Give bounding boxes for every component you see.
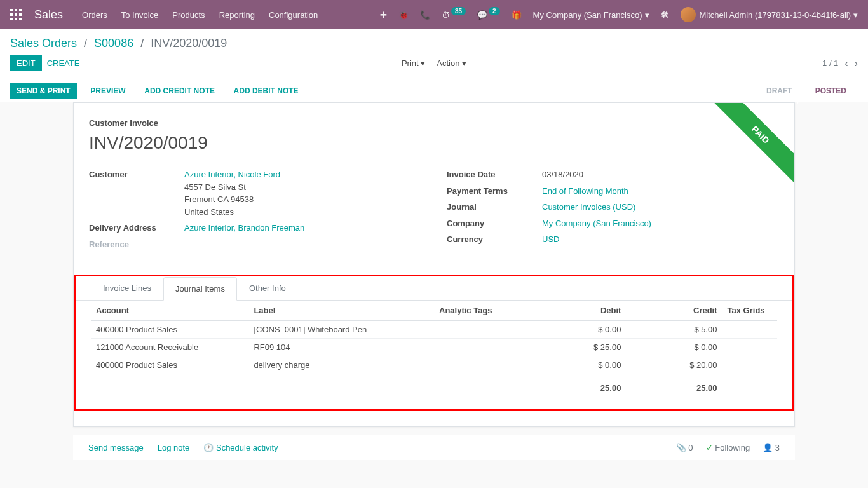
tab-other-info[interactable]: Other Info — [237, 276, 298, 300]
currency-label: Currency — [447, 233, 542, 246]
user-menu[interactable]: Mitchell Admin (1797831-13-0-4b41f6-all)… — [681, 7, 858, 22]
svg-rect-5 — [19, 13, 22, 16]
total-credit: 25.00 — [626, 374, 722, 397]
activity-badge: 35 — [451, 7, 466, 15]
pager-next-icon[interactable]: › — [855, 58, 858, 69]
svg-rect-6 — [10, 18, 13, 20]
edit-button[interactable]: EDIT — [10, 55, 42, 71]
discuss-badge: 2 — [489, 7, 500, 15]
cell-credit: $ 0.00 — [626, 339, 722, 356]
attachments-button[interactable]: 📎 0 — [676, 443, 693, 452]
breadcrumb-parent[interactable]: S00086 — [94, 37, 133, 50]
tab-journal-items[interactable]: Journal Items — [163, 277, 237, 301]
company-selector[interactable]: My Company (San Francisco)▾ — [533, 10, 649, 20]
svg-rect-3 — [10, 13, 13, 16]
table-row[interactable]: 121000 Account Receivable RF09 104 $ 25.… — [91, 339, 777, 356]
statusbar: SEND & PRINT PREVIEW ADD CREDIT NOTE ADD… — [0, 79, 868, 102]
svg-rect-8 — [19, 18, 22, 20]
plus-icon[interactable]: ✚ — [380, 10, 387, 20]
control-panel: Sales Orders / S00086 / INV/2020/0019 ED… — [0, 29, 868, 79]
pager: 1 / 1 ‹ › — [822, 58, 858, 69]
chevron-down-icon: ▾ — [853, 10, 858, 20]
send-print-button[interactable]: SEND & PRINT — [10, 83, 77, 99]
svg-rect-1 — [15, 9, 17, 11]
th-account[interactable]: Account — [91, 301, 248, 321]
tab-invoice-lines[interactable]: Invoice Lines — [91, 276, 163, 300]
invoice-number: INV/2020/0019 — [89, 133, 779, 153]
apps-icon[interactable] — [10, 9, 22, 20]
add-credit-note-button[interactable]: ADD CREDIT NOTE — [139, 83, 220, 98]
table-row[interactable]: 400000 Product Sales delivery charge $ 0… — [91, 356, 777, 374]
breadcrumb-sep: / — [84, 37, 87, 50]
print-label: Print — [402, 58, 419, 68]
log-note-button[interactable]: Log note — [158, 443, 190, 452]
menu-configuration[interactable]: Configuration — [269, 10, 318, 20]
cell-label: delivery charge — [248, 356, 434, 374]
pager-prev-icon[interactable]: ‹ — [844, 58, 848, 69]
bug-icon[interactable]: 🐞 — [398, 10, 409, 20]
schedule-activity-button[interactable]: 🕐 Schedule activity — [203, 443, 278, 452]
user-name: Mitchell Admin (1797831-13-0-4b41f6-all) — [700, 10, 851, 20]
cell-credit: $ 20.00 — [626, 356, 722, 374]
followers-button[interactable]: 👤 3 — [763, 443, 780, 452]
cell-debit: $ 0.00 — [530, 321, 626, 339]
currency-link[interactable]: USD — [542, 234, 559, 244]
company-name: My Company (San Francisco) — [533, 10, 642, 20]
invoice-type-label: Customer Invoice — [89, 118, 779, 128]
cell-debit: $ 0.00 — [530, 356, 626, 374]
reference-label: Reference — [89, 238, 184, 251]
th-tax-grids[interactable]: Tax Grids — [722, 301, 777, 321]
gift-icon[interactable]: 🎁 — [512, 10, 522, 20]
breadcrumb-root[interactable]: Sales Orders — [10, 37, 77, 50]
menu-products[interactable]: Products — [172, 10, 205, 20]
breadcrumb: Sales Orders / S00086 / INV/2020/0019 — [0, 29, 868, 50]
th-debit[interactable]: Debit — [530, 301, 626, 321]
cell-debit: $ 25.00 — [530, 339, 626, 356]
th-analytic[interactable]: Analytic Tags — [434, 301, 530, 321]
company-link[interactable]: My Company (San Francisco) — [542, 219, 651, 228]
menu-orders[interactable]: Orders — [82, 10, 107, 20]
delivery-link[interactable]: Azure Interior, Brandon Freeman — [184, 223, 304, 233]
activity-icon[interactable]: ⏱35 — [442, 10, 466, 20]
table-row[interactable]: 400000 Product Sales [CONS_0001] Whitebo… — [91, 321, 777, 339]
avatar — [681, 7, 696, 22]
print-dropdown[interactable]: Print ▾ — [402, 58, 425, 68]
action-dropdown[interactable]: Action ▾ — [437, 58, 466, 68]
customer-label: Customer — [89, 168, 184, 218]
add-debit-note-button[interactable]: ADD DEBIT NOTE — [229, 83, 304, 98]
status-posted[interactable]: POSTED — [804, 81, 858, 100]
brand-title[interactable]: Sales — [34, 8, 63, 22]
pager-text: 1 / 1 — [822, 58, 838, 68]
following-button[interactable]: ✓ Following — [706, 443, 750, 452]
debug-icon[interactable]: 🛠 — [661, 10, 669, 20]
cell-label: [CONS_0001] Whiteboard Pen — [248, 321, 434, 339]
customer-link[interactable]: Azure Interior, Nicole Ford — [184, 170, 280, 179]
table-totals-row: 25.00 25.00 — [91, 374, 777, 397]
send-message-button[interactable]: Send message — [88, 443, 144, 452]
journal-link[interactable]: Customer Invoices (USD) — [542, 202, 635, 212]
cell-credit: $ 5.00 — [626, 321, 722, 339]
cell-account: 400000 Product Sales — [91, 321, 248, 339]
clock-icon: 🕐 — [203, 443, 214, 452]
discuss-icon[interactable]: 💬2 — [477, 10, 500, 20]
svg-rect-4 — [15, 13, 17, 16]
cell-account: 121000 Account Receivable — [91, 339, 248, 356]
menu-to-invoice[interactable]: To Invoice — [121, 10, 159, 20]
preview-button[interactable]: PREVIEW — [85, 83, 130, 98]
payment-terms-label: Payment Terms — [447, 185, 542, 198]
svg-rect-2 — [19, 9, 22, 11]
ribbon-text: PAID — [706, 103, 794, 189]
delivery-label: Delivery Address — [89, 222, 184, 234]
breadcrumb-current: INV/2020/0019 — [151, 37, 227, 50]
th-credit[interactable]: Credit — [626, 301, 722, 321]
menu-reporting[interactable]: Reporting — [219, 10, 255, 20]
payment-terms-link[interactable]: End of Following Month — [542, 186, 628, 196]
create-button[interactable]: CREATE — [42, 55, 85, 71]
status-draft[interactable]: DRAFT — [755, 81, 804, 100]
navbar-right: ✚ 🐞 📞 ⏱35 💬2 🎁 My Company (San Francisco… — [380, 7, 858, 22]
main-menu: Orders To Invoice Products Reporting Con… — [82, 10, 380, 20]
th-label[interactable]: Label — [248, 301, 434, 321]
cell-label: RF09 104 — [248, 339, 434, 356]
total-debit: 25.00 — [530, 374, 626, 397]
phone-icon[interactable]: 📞 — [420, 10, 430, 20]
